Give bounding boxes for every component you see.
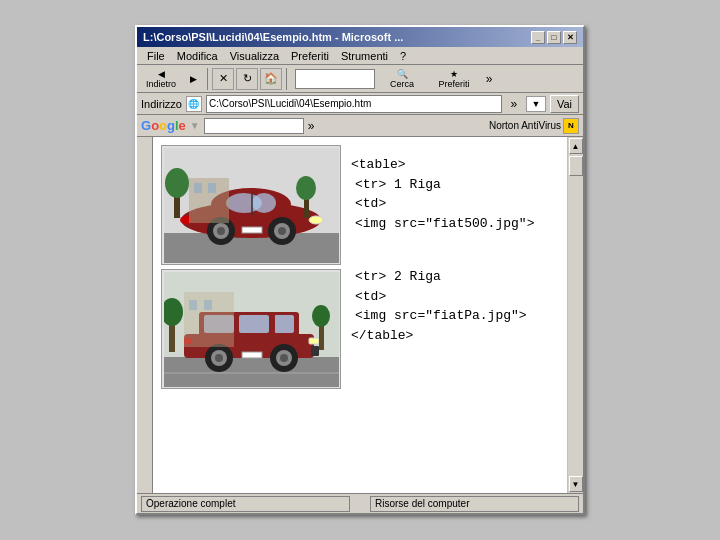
search-input[interactable] [295,69,375,89]
maximize-button[interactable]: □ [547,31,561,44]
svg-rect-29 [239,315,269,333]
svg-rect-41 [242,352,262,358]
svg-point-34 [215,354,223,362]
google-arrow[interactable]: » [308,119,324,133]
svg-point-19 [296,176,316,200]
code-line-img1: <img src="fiat500.jpg"> [351,214,559,234]
status-right: Risorse del computer [370,496,579,512]
favorites-label: Preferiti [439,79,470,89]
svg-rect-27 [274,315,294,333]
svg-rect-48 [189,300,197,310]
norton-icon: N [563,118,579,134]
scroll-thumb[interactable] [569,156,583,176]
svg-rect-40 [311,346,319,356]
menu-tools[interactable]: Strumenti [335,49,394,63]
title-bar: L:\Corso\PSI\Lucidi\04\Esempio.htm - Mic… [137,27,583,47]
favorites-icon: ★ [450,69,458,79]
svg-rect-21 [194,183,202,193]
address-label: Indirizzo [141,98,182,110]
go-button[interactable]: Vai [550,95,579,113]
toolbar-icon-group: ✕ ↻ 🏠 [212,68,282,90]
address-bar: Indirizzo 🌐 » ▼ Vai [137,93,583,115]
left-panel [137,137,153,493]
car1-image-cell [161,145,341,265]
back-icon: ◀ [158,69,165,79]
window-title: L:\Corso\PSI\Lucidi\04\Esempio.htm - Mic… [143,31,403,43]
status-bar: Operazione complet Risorse del computer [137,493,583,513]
svg-point-5 [252,193,276,213]
car-table [161,145,341,485]
forward-button[interactable]: ▶ [183,72,203,86]
norton-label: Norton AntiVirus [489,120,561,131]
favorites-button[interactable]: ★ Preferiti [429,67,479,91]
address-extend-button[interactable]: » [506,96,522,112]
svg-point-13 [309,216,323,224]
back-button[interactable]: ◀ Indietro [141,67,181,91]
home-button[interactable]: 🏠 [260,68,282,90]
svg-rect-31 [271,315,275,334]
address-icon[interactable]: 🌐 [186,96,202,112]
svg-rect-49 [204,300,212,310]
status-left: Operazione complet [141,496,350,512]
back-label: Indietro [146,79,176,89]
search-icon: 🔍 [397,69,408,79]
content-area: <table> <tr> 1 Riga <td> <img src="fiat5… [137,137,583,493]
norton-area: Norton AntiVirus N [489,118,579,134]
main-content-area: <table> <tr> 1 Riga <td> <img src="fiat5… [153,137,567,493]
address-arrow[interactable]: ▼ [526,96,546,112]
svg-rect-42 [164,372,339,374]
svg-point-46 [312,305,330,327]
menu-edit[interactable]: Modifica [171,49,224,63]
browser-window: L:\Corso\PSI\Lucidi\04\Esempio.htm - Mic… [135,25,585,515]
status-text: Operazione complet [146,498,236,509]
code-line-table-open: <table> [351,155,559,175]
minimize-button[interactable]: _ [531,31,545,44]
code-block-1: <table> <tr> 1 Riga <td> <img src="fiat5… [351,155,559,233]
stop-button[interactable]: ✕ [212,68,234,90]
svg-rect-22 [208,183,216,193]
search-button[interactable]: 🔍 Cerca [377,67,427,91]
code-block-2: <tr> 2 Riga <td> <img src="fiatPa.jpg"> … [351,267,559,345]
code-line-table-close: </table> [351,326,559,346]
search-area: 🔍 Cerca ★ Preferiti » [295,67,497,91]
car2-image-cell [161,269,341,389]
toolbar: ◀ Indietro ▶ ✕ ↻ 🏠 🔍 Cerca ★ [137,65,583,93]
status-computer-text: Risorse del computer [375,498,469,509]
google-separator: ▼ [190,120,200,131]
menu-help[interactable]: ? [394,49,412,63]
window-controls: _ □ ✕ [531,31,577,44]
google-search-input[interactable] [204,118,304,134]
svg-rect-38 [309,338,319,344]
code-line-td2: <td> [351,287,559,307]
code-section: <table> <tr> 1 Riga <td> <img src="fiat5… [351,145,559,485]
address-input[interactable] [206,95,502,113]
refresh-button[interactable]: ↻ [236,68,258,90]
google-bar: Google ▼ » Norton AntiVirus N [137,115,583,137]
svg-point-9 [217,227,225,235]
google-logo: Google [141,118,186,133]
vertical-scrollbar[interactable]: ▲ ▼ [567,137,583,493]
svg-point-17 [165,168,189,198]
search-label: Cerca [390,79,414,89]
scroll-up-button[interactable]: ▲ [569,138,583,154]
toolbar-extend-button[interactable]: » [481,71,497,87]
car1-image [164,148,339,263]
toolbar-separator-2 [286,68,287,90]
scroll-track[interactable] [568,155,583,475]
toolbar-separator-1 [207,68,208,90]
svg-point-37 [280,354,288,362]
scroll-down-button[interactable]: ▼ [569,476,583,492]
menu-view[interactable]: Visualizza [224,49,285,63]
status-icon [352,496,368,512]
svg-rect-30 [234,315,238,334]
menu-file[interactable]: File [141,49,171,63]
menu-bar: File Modifica Visualizza Preferiti Strum… [137,47,583,65]
close-button[interactable]: ✕ [563,31,577,44]
code-line-tr2: <tr> 2 Riga [351,267,559,287]
code-line-td1: <td> [351,194,559,214]
code-line-img2: <img src="fiatPa.jpg"> [351,306,559,326]
svg-point-12 [278,227,286,235]
car2-image [164,272,339,387]
code-line-tr1: <tr> 1 Riga [351,175,559,195]
menu-favorites[interactable]: Preferiti [285,49,335,63]
